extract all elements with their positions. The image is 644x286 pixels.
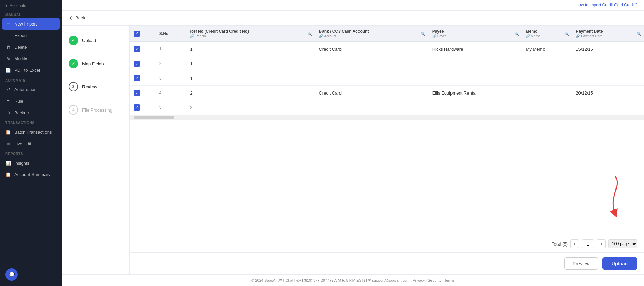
main-content: How to Import Credit Card Credit? Back ✓… [62,0,644,286]
page-number-input[interactable] [582,239,594,248]
chat-button[interactable]: 💬 [5,268,18,281]
upload-icon: ↑ [5,33,11,38]
sidebar-item-insights[interactable]: 📊Insights [0,157,62,169]
col-sub-bank: 🔗 Account [319,34,418,38]
col-search-bank[interactable]: 🔍 [421,31,425,36]
sidebar-item-modify[interactable]: ✎Modify [0,53,62,64]
row-memo-3 [522,86,572,100]
sidebar-item-delete[interactable]: 🗑Delete [0,41,62,53]
step-circle-1: ✓ [69,36,78,45]
data-table: ✓S.NoRef No (Credit Card Credit No)🔗 Ref… [130,26,644,115]
col-search-refno[interactable]: 🔍 [307,31,312,36]
row-bank-1 [315,56,428,71]
col-search-memo[interactable]: 🔍 [564,31,569,36]
sidebar-item-label-batch-transactions: Batch Transactions [14,130,52,135]
col-header-checkbox: ✓ [130,26,155,42]
next-page-button[interactable]: › [597,239,606,248]
footer: © 2024 SaasAnt™ | Chat | ✆+1(619) 377-09… [62,274,644,286]
sidebar-item-account-summary[interactable]: 📋Account Summary [0,169,62,180]
col-main-memo: Memo [526,29,563,34]
row-checkbox-2[interactable]: ✓ [130,71,155,86]
top-bar: How to Import Credit Card Credit? [62,0,644,11]
table-footer: Total (5) ‹ › 10 / page 20 / page 50 / p… [130,235,644,252]
sidebar-item-label-live-edit: Live Edit [14,141,31,146]
row-payment_date-2 [572,71,644,86]
footer-text: © 2024 SaasAnt™ | Chat | ✆+1(619) 377-09… [251,278,454,282]
row-checkbox-1[interactable]: ✓ [130,56,155,71]
doc-icon: 📋 [5,172,11,177]
total-label: Total (5) [552,241,568,247]
back-label: Back [75,15,85,20]
step-circle-2: ✓ [69,59,78,68]
row-payment_date-1 [572,56,644,71]
col-sub-refno: 🔗 Ref No [190,34,305,38]
col-sub-payee: 🔗 Payee [432,34,512,38]
prev-page-button[interactable]: ‹ [570,239,579,248]
table-row: ✓21 [130,56,644,71]
row-checkbox-0[interactable]: ✓ [130,42,155,56]
step-label-3: Review [82,84,97,89]
table-scroll[interactable]: ✓S.NoRef No (Credit Card Credit No)🔗 Ref… [130,26,644,115]
upload-button[interactable]: Upload [602,257,637,270]
col-header-refno: Ref No (Credit Card Credit No)🔗 Ref No🔍 [186,26,315,42]
table-row: ✓11Credit CardHicks HardwareMy Memo15/12… [130,42,644,56]
row-refno-0: 1 [186,42,315,56]
row-bank-3: Credit Card [315,86,428,100]
sidebar-section-manual: MANUAL [0,10,62,18]
help-link[interactable]: How to Import Credit Card Credit? [576,3,637,7]
row-refno-3: 2 [186,86,315,100]
sidebar-item-label-pdf-to-excel: PDF to Excel [14,68,40,73]
sidebar: ▾ Accounts MANUAL＋New Import↑Export🗑Dele… [0,0,62,286]
sidebar-item-export[interactable]: ↑Export [0,30,62,41]
chevron-down-icon: ▾ [5,3,7,8]
col-header-sno: S.No [155,26,186,42]
row-memo-1 [522,56,572,71]
row-bank-0: Credit Card [315,42,428,56]
sidebar-item-label-modify: Modify [14,56,27,61]
row-sno-1: 2 [155,56,186,71]
preview-button[interactable]: Preview [564,257,598,270]
horizontal-scrollbar[interactable] [130,115,644,120]
col-search-payee[interactable]: 🔍 [514,31,519,36]
step-1: ✓Upload [69,36,123,45]
back-icon [69,16,73,20]
rule-icon: ≡ [5,98,11,104]
row-sno-3: 4 [155,86,186,100]
select-all-checkbox[interactable]: ✓ [134,31,140,37]
sidebar-accounts-label[interactable]: ▾ Accounts [0,0,62,10]
row-sno-0: 1 [155,42,186,56]
backup-icon: ⊙ [5,110,11,115]
col-header-bank: Bank / CC / Cash Account🔗 Account🔍 [315,26,428,42]
col-main-refno: Ref No (Credit Card Credit No) [190,29,305,34]
sidebar-item-rule[interactable]: ≡Rule [0,95,62,107]
sidebar-item-automation[interactable]: ⇄Automation [0,84,62,95]
review-area: ✓Upload✓Map Fields3Review4File Processin… [62,26,644,274]
table-container: ✓S.NoRef No (Credit Card Credit No)🔗 Ref… [130,26,644,235]
sidebar-item-label-automation: Automation [14,87,37,92]
sidebar-item-live-edit[interactable]: 🖥Live Edit [0,138,62,149]
row-checkbox-4[interactable]: ✓ [130,100,155,115]
col-search-payment_date[interactable]: 🔍 [637,31,641,36]
step-label-1: Upload [82,38,96,43]
row-checkbox-3[interactable]: ✓ [130,86,155,100]
sidebar-item-label-rule: Rule [14,99,23,104]
sidebar-bottom: 💬 [0,263,62,286]
col-sub-memo: 🔗 Memo [526,34,563,38]
col-sub-payment_date: 🔗 Payment Date [576,34,634,38]
doc-icon: 📋 [5,129,11,135]
sidebar-item-new-import[interactable]: ＋New Import [2,18,60,30]
share-icon: ⇄ [5,87,11,92]
col-main-payee: Payee [432,29,512,34]
back-bar[interactable]: Back [62,11,644,26]
sidebar-item-pdf-to-excel[interactable]: 📄PDF to Excel [0,64,62,76]
sidebar-item-batch-transactions[interactable]: 📋Batch Transactions [0,126,62,138]
scrollbar-thumb[interactable] [134,116,174,119]
row-memo-0: My Memo [522,42,572,56]
sidebar-item-backup[interactable]: ⊙Backup [0,107,62,118]
row-refno-4: 2 [186,100,315,115]
per-page-select[interactable]: 10 / page 20 / page 50 / page [608,239,637,248]
row-memo-2 [522,71,572,86]
step-2: ✓Map Fields [69,59,123,68]
table-row: ✓52 [130,100,644,115]
edit-icon: ✎ [5,56,11,61]
